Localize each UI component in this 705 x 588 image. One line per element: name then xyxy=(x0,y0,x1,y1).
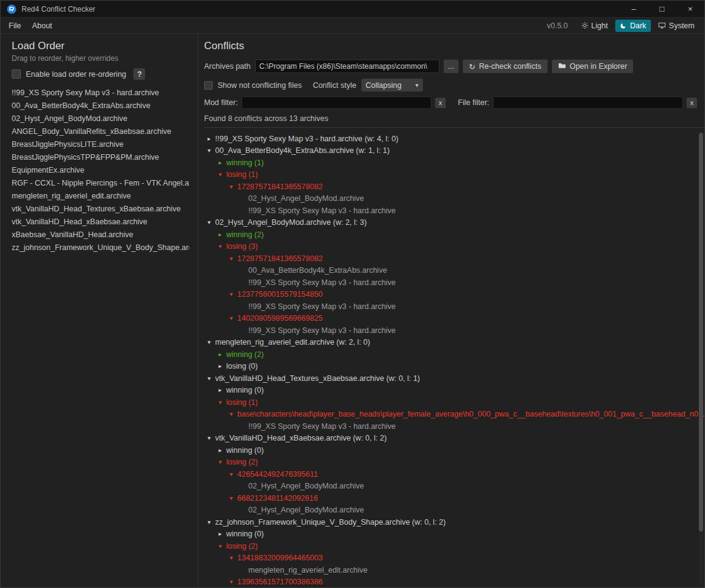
tree-node[interactable]: ▼ base\characters\head\player_base_heads… xyxy=(204,409,704,421)
tree-node-label: 02_Hyst_Angel_BodyMod.archive xyxy=(248,482,364,490)
tree-node-label: zz_johnson_Framework_Unique_V_Body_Shape… xyxy=(215,518,446,527)
tree-node[interactable]: ▼ losing (3) xyxy=(204,241,704,253)
tree-node[interactable]: 02_Hyst_Angel_BodyMod.archive xyxy=(204,480,704,493)
tree-node[interactable]: 02_Hyst_Angel_BodyMod.archive xyxy=(204,504,704,517)
tree-node-label: !!99_XS Sporty Sexy Map v3 - hard.archiv… xyxy=(248,326,396,335)
tree-node-label: losing (0) xyxy=(226,362,258,370)
tree-node[interactable]: ► winning (1) xyxy=(204,157,704,169)
tree-node[interactable]: ▼ zz_johnson_Framework_Unique_V_Body_Sha… xyxy=(204,516,704,528)
tree-node[interactable]: ▼ 14020805989569669825 xyxy=(204,313,704,325)
tree-arrow-icon: ▼ xyxy=(229,315,237,321)
recheck-button[interactable]: ↻ Re-check conflicts xyxy=(463,60,548,73)
clear-file-filter-button[interactable]: x xyxy=(687,98,697,108)
tree-node[interactable]: ► winning (2) xyxy=(204,348,704,361)
load-order-item[interactable]: xBaebsae_VanillaHD_Head.archive xyxy=(12,229,189,241)
tree-node[interactable]: ▼ vtk_VanillaHD_Head_xBaebsae.archive (w… xyxy=(204,433,704,445)
tree-node[interactable]: !!99_XS Sporty Sexy Map v3 - hard.archiv… xyxy=(204,300,704,313)
tree-node[interactable]: !!99_XS Sporty Sexy Map v3 - hard.archiv… xyxy=(204,324,704,337)
tree-node[interactable]: ▼ mengleten_rig_averiel_edit.archive (w:… xyxy=(204,337,704,349)
open-explorer-button[interactable]: Open in Explorer xyxy=(552,60,634,73)
recheck-label: Re-check conflicts xyxy=(479,62,541,71)
tree-node[interactable]: ▼ 00_Ava_BetterBody4k_ExtraAbs.archive (… xyxy=(204,145,704,157)
menu-about[interactable]: About xyxy=(26,20,58,32)
tree-scrollbar-thumb[interactable] xyxy=(699,133,703,531)
tree-node[interactable]: ▼ 17287571841365578082 xyxy=(204,181,704,193)
tree-node[interactable]: !!99_XS Sporty Sexy Map v3 - hard.archiv… xyxy=(204,205,704,217)
minimize-button[interactable]: – xyxy=(620,1,648,17)
tree-node-label: 13963561571700386386 xyxy=(237,578,323,586)
tree-node[interactable]: mengleten_rig_averiel_edit.archive xyxy=(204,564,704,576)
tree-node[interactable]: ► winning (0) xyxy=(204,444,704,457)
load-order-item[interactable]: BreastJigglePhysicsTPP&FPP&PM.archive xyxy=(12,151,189,164)
tree-node[interactable]: ▼ 13963561571700386386 xyxy=(204,576,704,588)
close-button[interactable]: × xyxy=(676,1,704,17)
enable-reorder-label: Enable load order re-ordering xyxy=(26,70,126,79)
tree-arrow-icon: ▼ xyxy=(229,471,237,477)
tree-node[interactable]: ► winning (0) xyxy=(204,528,704,541)
tree-node[interactable]: ► winning (2) xyxy=(204,229,704,241)
tree-node[interactable]: ▼ 02_Hyst_Angel_BodyMod.archive (w: 2, l… xyxy=(204,217,704,229)
load-order-item[interactable]: vtk_VanillaHD_Head_xBaebsae.archive xyxy=(12,216,189,229)
tree-node[interactable]: ▼ 13418832009964465003 xyxy=(204,552,704,565)
tree-node[interactable]: ► winning (0) xyxy=(204,385,704,397)
load-order-item[interactable]: BreastJigglePhysicsLITE.archive xyxy=(12,138,189,151)
theme-light-button[interactable]: Light xyxy=(577,20,613,32)
tree-arrow-icon: ▼ xyxy=(207,147,215,154)
maximize-button[interactable]: □ xyxy=(648,1,676,17)
theme-dark-button[interactable]: Dark xyxy=(615,20,651,32)
tree-node[interactable]: ▼ 6682123481142092616 xyxy=(204,492,704,504)
mod-filter-input[interactable] xyxy=(242,96,431,109)
show-not-conflicting-checkbox[interactable] xyxy=(204,81,213,90)
tree-scrollbar[interactable] xyxy=(699,133,703,586)
tree-node[interactable]: ▼ 17287571841365578082 xyxy=(204,253,704,265)
load-order-list: !!99_XS Sporty Sexy Map v3 - hard.archiv… xyxy=(12,87,189,254)
conflicts-title: Conflicts xyxy=(204,40,704,52)
tree-node-label: !!99_XS Sporty Sexy Map v3 - hard.archiv… xyxy=(248,278,396,287)
tree-arrow-icon: ▼ xyxy=(218,459,226,465)
tree-node[interactable]: ▼ losing (1) xyxy=(204,396,704,409)
tree-node[interactable]: ▼ vtk_VanillaHD_Head_Textures_xBaebsae.a… xyxy=(204,372,704,385)
tree-node[interactable]: 02_Hyst_Angel_BodyMod.archive xyxy=(204,193,704,205)
clear-mod-filter-button[interactable]: x xyxy=(435,98,446,108)
load-order-item[interactable]: !!99_XS Sporty Sexy Map v3 - hard.archiv… xyxy=(12,87,189,100)
app-icon xyxy=(7,4,17,14)
tree-node[interactable]: 00_Ava_BetterBody4k_ExtraAbs.archive xyxy=(204,265,704,277)
tree-node[interactable]: ▼ losing (2) xyxy=(204,457,704,469)
tree-node-label: vtk_VanillaHD_Head_xBaebsae.archive (w: … xyxy=(215,434,387,442)
tree-node[interactable]: ▼ 12377560015579154850 xyxy=(204,289,704,301)
tree-node[interactable]: ▼ 4265442492476395611 xyxy=(204,468,704,480)
archives-path-input[interactable] xyxy=(255,60,439,73)
status-text: Found 8 conflicts across 13 archives xyxy=(204,114,704,123)
theme-system-button[interactable]: System xyxy=(653,20,699,32)
tree-arrow-icon: ▼ xyxy=(218,399,226,406)
browse-button[interactable]: ... xyxy=(444,60,459,73)
tree-node[interactable]: ► !!99_XS Sporty Sexy Map v3 - hard.arch… xyxy=(204,133,704,145)
enable-reorder-checkbox[interactable] xyxy=(12,69,21,79)
load-order-title: Load Order xyxy=(12,40,189,52)
sun-icon xyxy=(581,22,588,29)
conflict-style-select[interactable]: Collapsing ▾ xyxy=(361,79,423,92)
refresh-icon: ↻ xyxy=(469,62,475,71)
tree-arrow-icon: ► xyxy=(218,363,226,369)
tree-node[interactable]: ▼ losing (1) xyxy=(204,169,704,181)
load-order-item[interactable]: ANGEL_Body_VanillaRefits_xBaebsae.archiv… xyxy=(12,125,189,138)
menu-file[interactable]: File xyxy=(3,20,26,32)
load-order-item[interactable]: EquipmentEx.archive xyxy=(12,164,189,177)
load-order-item[interactable]: mengleten_rig_averiel_edit.archive xyxy=(12,190,189,203)
tree-node[interactable]: ▼ losing (2) xyxy=(204,540,704,552)
tree-arrow-icon: ▼ xyxy=(218,171,226,178)
tree-node[interactable]: ► losing (0) xyxy=(204,361,704,373)
tree-node[interactable]: !!99_XS Sporty Sexy Map v3 - hard.archiv… xyxy=(204,420,704,433)
tree-node-label: winning (2) xyxy=(226,350,264,359)
load-order-item[interactable]: vtk_VanillaHD_Head_Textures_xBaebsae.arc… xyxy=(12,203,189,216)
tree-node-label: !!99_XS Sporty Sexy Map v3 - hard.archiv… xyxy=(248,302,396,311)
tree-node[interactable]: !!99_XS Sporty Sexy Map v3 - hard.archiv… xyxy=(204,276,704,289)
load-order-item[interactable]: 02_Hyst_Angel_BodyMod.archive xyxy=(12,112,189,125)
load-order-item[interactable]: 00_Ava_BetterBody4k_ExtraAbs.archive xyxy=(12,100,189,112)
theme-dark-label: Dark xyxy=(630,22,646,30)
tree-node-label: 13418832009964465003 xyxy=(237,554,323,562)
load-order-item[interactable]: RGF - CCXL - Nipple Piercings - Fem - VT… xyxy=(12,177,189,190)
reorder-help-button[interactable]: ? xyxy=(133,68,145,80)
file-filter-input[interactable] xyxy=(493,96,683,109)
load-order-item[interactable]: zz_johnson_Framework_Unique_V_Body_Shape… xyxy=(12,241,189,254)
